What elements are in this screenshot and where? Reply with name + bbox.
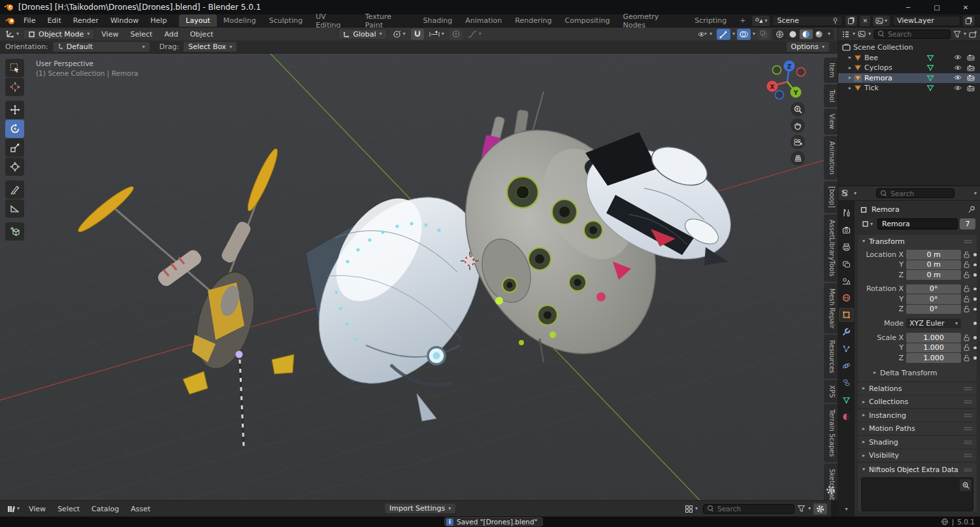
workspace-tab-layout[interactable]: Layout — [179, 14, 216, 27]
menu-file[interactable]: File — [18, 14, 41, 27]
workspace-tab-compositing[interactable]: Compositing — [558, 14, 616, 27]
tab-object[interactable] — [839, 308, 854, 322]
options-dropdown[interactable]: Options ▾ — [786, 41, 830, 52]
tab-object-data[interactable] — [839, 393, 854, 407]
panel-motion-paths[interactable]: ▸ Motion Paths — [858, 422, 977, 435]
scale-x-field[interactable]: 1.000 — [906, 333, 961, 343]
sidebar-tab-boop[interactable]: [boop] — [824, 181, 838, 213]
proportional-falloff-dropdown[interactable]: ▾ — [465, 29, 484, 40]
panel-grip-icon[interactable] — [964, 386, 972, 391]
asset-menu-asset[interactable]: Asset — [125, 505, 155, 513]
tab-particles[interactable] — [839, 342, 854, 356]
asset-display-mode-button[interactable]: ▾ — [682, 503, 700, 515]
pin-icon[interactable] — [832, 18, 838, 24]
breadcrumb-object-name[interactable]: Remora — [872, 205, 900, 214]
workspace-tab-geometry-nodes[interactable]: Geometry Nodes — [616, 14, 688, 27]
navigation-gizmo[interactable]: Z X Y — [766, 59, 808, 101]
workspace-tab-rendering[interactable]: Rendering — [508, 14, 558, 27]
tool-annotate[interactable] — [5, 180, 24, 199]
location-y-field[interactable]: 0 m — [906, 260, 961, 270]
render-visibility-icon[interactable] — [967, 75, 975, 81]
chevron-down-icon[interactable]: ▾ — [868, 31, 871, 37]
lock-icon[interactable] — [964, 334, 970, 341]
rotation-y-field[interactable]: 0° — [906, 294, 961, 304]
hide-eye-icon[interactable] — [954, 65, 962, 71]
asset-menu-catalog[interactable]: Catalog — [86, 505, 124, 513]
minimize-button[interactable]: ─ — [894, 0, 923, 14]
panel-grip-icon[interactable] — [964, 468, 972, 472]
drone-model-bee[interactable] — [74, 146, 294, 446]
xray-toggle[interactable] — [757, 29, 770, 40]
sidebar-tab-mesh-repair[interactable]: Mesh Repair — [824, 283, 838, 334]
blender-menu-icon[interactable] — [0, 17, 18, 25]
tab-output[interactable] — [839, 240, 854, 254]
workspace-tab-scripting[interactable]: Scripting — [688, 14, 733, 27]
pivot-point-dropdown[interactable]: ▾ — [390, 29, 408, 40]
rotation-x-field[interactable]: 0° — [906, 284, 961, 294]
shading-material-preview-button[interactable] — [800, 29, 813, 39]
shading-rendered-button[interactable] — [813, 29, 826, 39]
chevron-down-icon[interactable]: ▾ — [853, 31, 855, 37]
transform-orientation-dropdown[interactable]: Global ▾ — [338, 29, 387, 40]
asset-search[interactable] — [703, 504, 794, 514]
outliner-display-mode-button[interactable] — [841, 31, 850, 38]
scene-unlink-button[interactable]: ✕ — [860, 16, 870, 26]
hide-eye-icon[interactable] — [954, 75, 962, 80]
object-name-input[interactable] — [877, 218, 958, 230]
outliner-row-scene-collection[interactable]: Scene Collection — [838, 42, 980, 53]
asset-menu-select[interactable]: Select — [52, 505, 85, 513]
animate-dot[interactable] — [973, 288, 977, 291]
new-collection-button[interactable] — [969, 31, 977, 38]
niftools-extra-data-list[interactable] — [861, 477, 973, 511]
import-settings-dropdown[interactable]: Import Settings ▾ — [384, 503, 456, 514]
viewport-menu-view[interactable]: View — [96, 30, 123, 39]
tool-measure[interactable] — [5, 199, 24, 218]
hide-eye-icon[interactable] — [954, 54, 962, 60]
properties-search-input[interactable] — [890, 190, 950, 197]
workspace-tab-sculpting[interactable]: Sculpting — [263, 14, 309, 27]
tab-material[interactable] — [839, 410, 854, 424]
viewport-menu-object[interactable]: Object — [185, 30, 219, 39]
outliner-filter-mode-button[interactable] — [858, 31, 866, 37]
lock-icon[interactable] — [964, 305, 970, 313]
tab-overflow-chevron[interactable]: ▾ — [845, 506, 847, 512]
panel-shading[interactable]: ▸ Shading — [858, 436, 977, 449]
scene-browse-button[interactable]: ▾ — [752, 16, 770, 26]
tool-add-cube[interactable] — [5, 222, 24, 241]
shading-wireframe-button[interactable] — [774, 29, 787, 39]
outliner-search-input[interactable] — [888, 30, 946, 38]
lock-icon[interactable] — [964, 344, 970, 351]
gizmo-axis-neg-z[interactable] — [776, 91, 784, 99]
workspace-tab-texture-paint[interactable]: Texture Paint — [359, 14, 417, 27]
asset-filter-icon[interactable] — [797, 505, 806, 513]
asset-menu-view[interactable]: View — [24, 505, 51, 513]
viewlayer-name-field[interactable]: ViewLayer — [892, 16, 960, 26]
asset-editor-type-button[interactable]: ▾ — [4, 503, 22, 515]
shading-solid-button[interactable] — [787, 29, 800, 39]
menu-window[interactable]: Window — [105, 14, 144, 27]
tab-tool[interactable] — [839, 206, 854, 220]
niftools-add-button[interactable] — [960, 479, 972, 491]
outliner-search[interactable] — [874, 29, 951, 39]
lock-icon[interactable] — [964, 285, 970, 292]
tool-rotate[interactable] — [5, 120, 24, 138]
menu-render[interactable]: Render — [67, 14, 105, 27]
menu-help[interactable]: Help — [144, 14, 172, 27]
asset-settings-gear-button[interactable] — [813, 503, 827, 515]
expand-chevron-icon[interactable]: ▸ — [849, 55, 851, 60]
orthographic-toggle-button[interactable] — [791, 151, 805, 165]
tool-move[interactable] — [5, 101, 24, 119]
mode-dropdown[interactable]: Object Mode ▾ — [23, 29, 95, 40]
sidebar-tab-xps[interactable]: XPS — [824, 380, 838, 403]
tab-view-layer[interactable] — [839, 257, 854, 271]
save-notification-toast[interactable]: i Saved "[Drones].blend" — [444, 517, 543, 526]
rotation-mode-dropdown[interactable]: XYZ Euler ▾ — [906, 318, 961, 328]
outliner-row-bee[interactable]: ▸ Bee — [838, 53, 980, 63]
lock-icon[interactable] — [964, 296, 970, 303]
sidebar-tab-view[interactable]: View — [824, 109, 838, 135]
properties-search[interactable] — [876, 188, 955, 198]
panel-grip-icon[interactable] — [964, 239, 972, 244]
rotation-z-field[interactable]: 0° — [906, 305, 961, 314]
outliner-row-cyclops[interactable]: ▸ Cyclops — [838, 63, 980, 73]
camera-view-button[interactable] — [791, 135, 805, 149]
